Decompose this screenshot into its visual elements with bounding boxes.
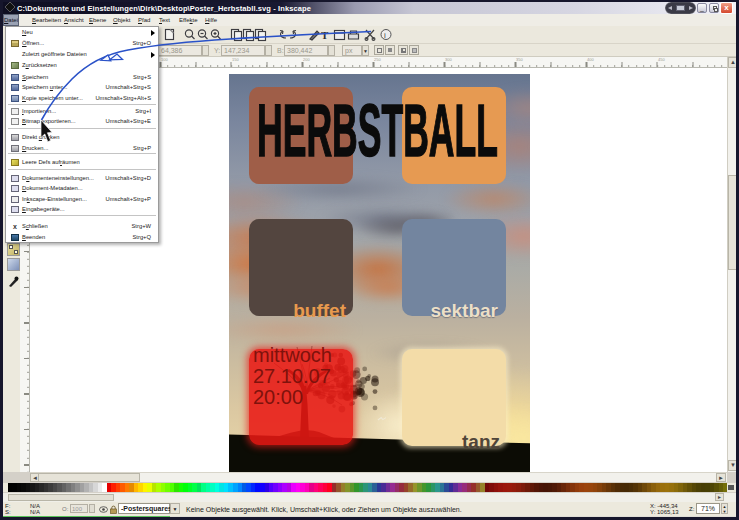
svg-text:T: T: [321, 29, 329, 41]
svg-text:i: i: [384, 31, 386, 40]
